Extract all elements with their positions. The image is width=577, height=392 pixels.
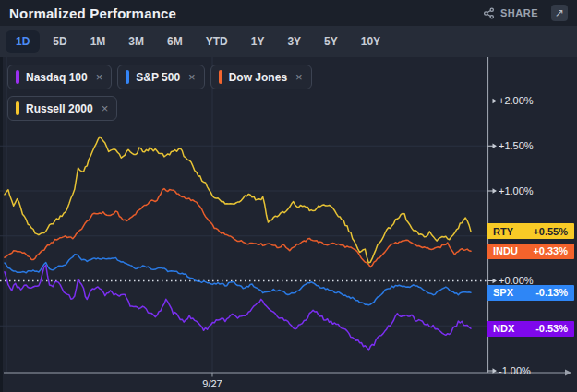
price-badge-spx: SPX -0.13% <box>487 285 574 301</box>
chip-nasdaq-100[interactable]: Nasdaq 100 × <box>7 65 112 89</box>
tab-10y[interactable]: 10Y <box>351 30 391 53</box>
chip-label: S&P 500 <box>136 71 180 84</box>
chip-russell-2000[interactable]: Russell 2000 × <box>7 96 117 121</box>
price-badge-indu: INDU +0.33% <box>487 244 574 259</box>
chip-label: Nasdaq 100 <box>26 71 88 84</box>
series-line-spx <box>5 255 471 305</box>
y-tick-label: +1.00% <box>499 185 534 196</box>
share-button[interactable]: SHARE <box>483 7 538 19</box>
tab-1y[interactable]: 1Y <box>241 30 275 53</box>
y-tick-arrow-icon <box>493 279 498 284</box>
tab-1m[interactable]: 1M <box>80 30 116 53</box>
tab-ytd[interactable]: YTD <box>196 30 238 53</box>
badge-value: +0.55% <box>533 226 568 237</box>
badge-value: +0.33% <box>533 245 568 256</box>
chip-color-bar <box>219 70 222 84</box>
tab-3m[interactable]: 3M <box>118 30 154 53</box>
y-tick-label: +2.00% <box>499 95 534 106</box>
remove-chip-icon[interactable]: × <box>188 70 196 84</box>
chip-sp-500[interactable]: S&P 500 × <box>117 65 204 89</box>
y-tick-label: -1.00% <box>499 365 531 376</box>
share-label: SHARE <box>500 7 538 18</box>
legend-chips: Nasdaq 100 × S&P 500 × Dow Jones × Russe… <box>7 65 318 121</box>
badge-symbol: SPX <box>493 287 513 298</box>
share-icon <box>483 7 495 19</box>
x-tick-label: 9/27 <box>202 378 222 389</box>
tab-6m[interactable]: 6M <box>157 30 193 53</box>
expand-button[interactable]: ↗ <box>551 5 568 21</box>
chip-label: Russell 2000 <box>26 102 93 115</box>
badge-value: -0.53% <box>535 323 568 334</box>
header-actions: SHARE ↗ <box>483 5 568 21</box>
badge-symbol: INDU <box>493 245 518 256</box>
expand-icon: ↗ <box>555 6 564 19</box>
chip-dow-jones[interactable]: Dow Jones × <box>210 65 312 89</box>
page-title: Normalized Performance <box>9 6 176 21</box>
series-line-rty <box>5 137 471 263</box>
tab-1d[interactable]: 1D <box>6 30 40 53</box>
tab-5y[interactable]: 5Y <box>314 30 348 53</box>
price-badge-ndx: NDX -0.53% <box>487 321 574 337</box>
badge-value: -0.13% <box>535 287 568 298</box>
tab-5d[interactable]: 5D <box>42 30 77 53</box>
badge-symbol: NDX <box>493 323 514 334</box>
badge-symbol: RTY <box>493 226 513 237</box>
chip-color-bar <box>126 70 129 84</box>
y-tick-label: +1.50% <box>499 140 534 151</box>
normalized-performance-widget: Normalized Performance SHARE ↗ 1D 5D 1M … <box>0 0 577 392</box>
widget-header: Normalized Performance SHARE ↗ <box>0 0 577 26</box>
x-axis-arrow-icon <box>565 370 571 376</box>
remove-chip-icon[interactable]: × <box>96 70 103 84</box>
chip-color-bar <box>16 101 19 115</box>
chip-label: Dow Jones <box>229 71 287 84</box>
remove-chip-icon[interactable]: × <box>295 70 303 84</box>
timeframe-tabbar: 1D 5D 1M 3M 6M YTD 1Y 3Y 5Y 10Y <box>0 26 577 57</box>
chip-color-bar <box>16 70 19 84</box>
y-tick-arrow-icon <box>493 143 498 148</box>
series-line-ndx <box>5 266 471 350</box>
price-badge-rty: RTY +0.55% <box>487 223 574 239</box>
remove-chip-icon[interactable]: × <box>102 101 109 115</box>
y-tick-arrow-icon <box>493 99 498 104</box>
y-tick-arrow-icon <box>493 188 498 194</box>
tab-3y[interactable]: 3Y <box>277 30 311 53</box>
